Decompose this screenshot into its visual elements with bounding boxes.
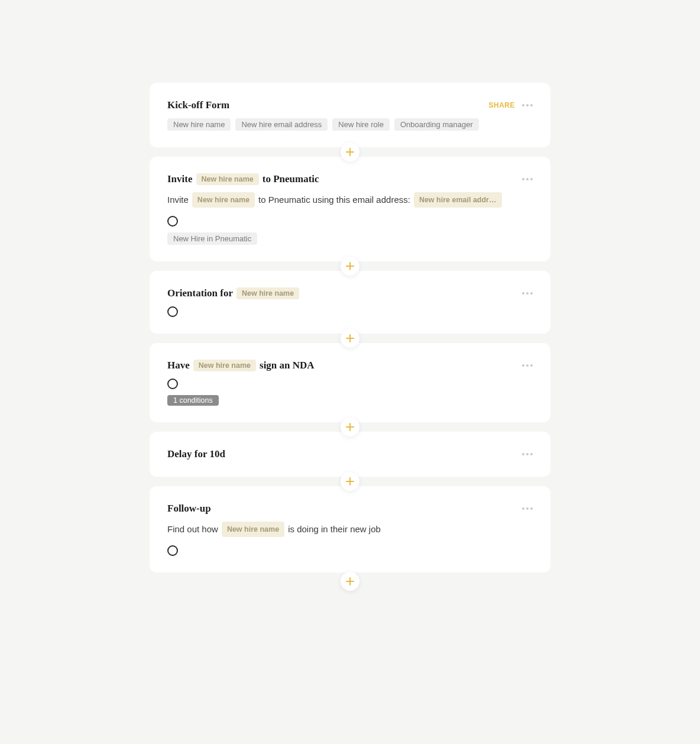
more-icon[interactable] xyxy=(522,290,533,297)
more-icon[interactable] xyxy=(522,451,533,458)
card-title: Orientation for New hire name xyxy=(167,287,299,299)
more-icon[interactable] xyxy=(522,102,533,109)
add-step-button[interactable] xyxy=(341,257,359,276)
card-title: Follow-up xyxy=(167,503,211,515)
field-chips-row: New Hire in Pneumatic xyxy=(167,232,533,245)
field-chip[interactable]: New hire name xyxy=(167,118,231,131)
step-card-orientation[interactable]: Orientation for New hire name xyxy=(150,271,550,334)
card-body-text: Invite New hire name to Pneumatic using … xyxy=(167,192,533,208)
step-card-nda[interactable]: Have New hire name sign an NDA 1 conditi… xyxy=(150,343,550,422)
assignee-circle[interactable] xyxy=(167,306,178,317)
body-text-part: is doing in their new job xyxy=(288,522,381,536)
field-chip[interactable]: Onboarding manager xyxy=(394,118,479,131)
share-button[interactable]: SHARE xyxy=(488,101,515,109)
add-step-button[interactable] xyxy=(341,418,359,436)
step-separator xyxy=(150,477,550,486)
assignee-circle[interactable] xyxy=(167,545,178,556)
variable-chip[interactable]: New hire name xyxy=(193,360,256,371)
field-chip[interactable]: New hire email address xyxy=(235,118,328,131)
conditions-chip[interactable]: 1 conditions xyxy=(167,395,219,406)
card-title: Delay for 10d xyxy=(167,448,225,460)
title-text: Orientation for xyxy=(167,287,233,299)
workflow-steps-container: Kick-off Form SHARE New hire name New hi… xyxy=(150,83,550,590)
variable-chip[interactable]: New hire name xyxy=(222,522,284,537)
plus-icon xyxy=(346,334,354,342)
variable-chip[interactable]: New hire name xyxy=(196,173,259,185)
step-card-kickoff[interactable]: Kick-off Form SHARE New hire name New hi… xyxy=(150,83,550,147)
step-card-delay[interactable]: Delay for 10d xyxy=(150,432,550,477)
step-separator xyxy=(150,261,550,271)
field-chip[interactable]: New hire role xyxy=(332,118,390,131)
title-text: Invite xyxy=(167,173,193,185)
card-title: Invite New hire name to Pneumatic xyxy=(167,173,319,185)
card-title: Have New hire name sign an NDA xyxy=(167,360,315,371)
add-step-button[interactable] xyxy=(341,329,359,348)
assignee-circle[interactable] xyxy=(167,216,178,227)
body-text-part: Invite xyxy=(167,193,189,207)
plus-icon xyxy=(346,423,354,431)
plus-icon xyxy=(346,477,354,486)
plus-icon xyxy=(346,262,354,270)
assignee-circle[interactable] xyxy=(167,379,178,389)
plus-icon xyxy=(346,577,354,586)
field-chip[interactable]: New Hire in Pneumatic xyxy=(167,232,257,245)
card-title: Kick-off Form xyxy=(167,99,229,111)
variable-chip[interactable]: New hire name xyxy=(192,192,255,208)
body-text-part: Find out how xyxy=(167,522,218,536)
field-chips-row: New hire name New hire email address New… xyxy=(167,118,533,131)
add-step-button[interactable] xyxy=(341,472,359,491)
add-step-button[interactable] xyxy=(341,143,359,161)
step-card-followup[interactable]: Follow-up Find out how New hire name is … xyxy=(150,486,550,572)
conditions-row: 1 conditions xyxy=(167,395,533,406)
card-body-text: Find out how New hire name is doing in t… xyxy=(167,522,533,537)
more-icon[interactable] xyxy=(522,362,533,369)
body-text-part: to Pneumatic using this email address: xyxy=(258,193,410,207)
more-icon[interactable] xyxy=(522,505,533,512)
title-text: sign an NDA xyxy=(260,360,315,371)
step-separator xyxy=(150,147,550,157)
add-step-button[interactable] xyxy=(341,572,359,591)
more-icon[interactable] xyxy=(522,176,533,183)
step-separator xyxy=(150,572,550,590)
step-separator xyxy=(150,422,550,432)
variable-chip[interactable]: New hire email addr… xyxy=(414,192,502,208)
step-card-invite[interactable]: Invite New hire name to Pneumatic Invite… xyxy=(150,157,550,261)
step-separator xyxy=(150,334,550,343)
title-text: Have xyxy=(167,360,190,371)
plus-icon xyxy=(346,148,354,156)
variable-chip[interactable]: New hire name xyxy=(236,287,299,299)
title-text: to Pneumatic xyxy=(262,173,319,185)
